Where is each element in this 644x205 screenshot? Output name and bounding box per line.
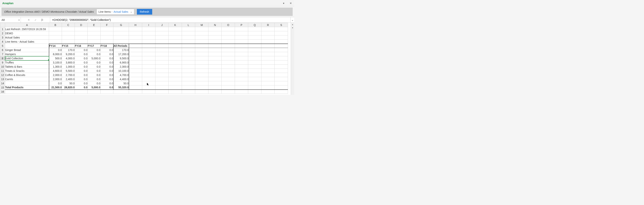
row-label[interactable]: Coffee & Biscuits (5, 73, 49, 77)
data-cell[interactable]: 0.0 (49, 48, 62, 52)
row-label[interactable] (5, 81, 49, 85)
data-cell[interactable]: 4,600.0 (49, 69, 62, 73)
data-cell[interactable]: 0.0 (75, 60, 88, 65)
column-header-A[interactable]: A (5, 23, 49, 27)
refresh-button[interactable]: Refresh (137, 9, 152, 15)
data-cell[interactable]: 2,700.0 (62, 73, 75, 77)
data-cell[interactable]: 0.0 (88, 52, 100, 56)
data-cell[interactable]: 0.0 (100, 48, 114, 52)
column-header-P[interactable]: P (235, 23, 248, 27)
total-cell[interactable]: 28,820.0 (62, 85, 75, 90)
data-cell[interactable]: 5,500.0 (62, 69, 75, 73)
row-header[interactable]: 7 (0, 52, 5, 56)
row-header[interactable]: 15 (0, 85, 5, 90)
data-cell[interactable]: 0.0 (88, 77, 100, 81)
total-label[interactable]: Total Products (5, 85, 49, 90)
data-cell[interactable]: 17,200.0 (114, 52, 129, 56)
data-cell[interactable]: 4,400.0 (114, 77, 129, 81)
data-cell[interactable]: 0.0 (100, 65, 114, 69)
column-header-R[interactable]: R (262, 23, 275, 27)
period-header[interactable]: FY16 (75, 44, 88, 48)
info-cell[interactable]: DEMO (5, 31, 49, 36)
column-header-G[interactable]: G (114, 23, 129, 27)
column-header-L[interactable]: L (182, 23, 195, 27)
vertical-scrollbar[interactable]: ▴ ▾ (291, 23, 294, 95)
total-cell[interactable]: 0.0 (75, 85, 88, 90)
row-header[interactable]: 16 (0, 90, 5, 94)
data-cell[interactable]: 8,000.0 (49, 52, 62, 56)
row-header[interactable]: 1 (0, 27, 5, 31)
data-cell[interactable]: 0.0 (75, 81, 88, 85)
formula-input[interactable] (50, 17, 290, 23)
select-all-cell[interactable] (0, 23, 5, 27)
data-cell[interactable]: 0.0 (100, 69, 114, 73)
data-cell[interactable]: 50.0 (62, 81, 75, 85)
column-header-B[interactable]: B (49, 23, 62, 27)
row-label[interactable]: Ginger Bread (5, 48, 49, 52)
period-header[interactable]: FY15 (62, 44, 75, 48)
data-cell[interactable]: 0.0 (88, 65, 100, 69)
column-header-C[interactable]: C (62, 23, 75, 27)
row-label[interactable]: Gold Collection (5, 56, 49, 60)
data-cell[interactable]: 0.0 (75, 52, 88, 56)
formula-bar-expand-icon[interactable]: ⌄ (290, 17, 294, 23)
data-cell[interactable]: 9,500.0 (114, 56, 129, 60)
total-cell[interactable]: 21,500.0 (49, 85, 62, 90)
data-cell[interactable]: 1,000.0 (62, 65, 75, 69)
info-cell[interactable]: Line Items - Actual Sales (5, 40, 49, 44)
column-header-J[interactable]: J (156, 23, 169, 27)
info-cell[interactable]: Actual Sales (5, 36, 49, 40)
data-cell[interactable]: 0.0 (100, 77, 114, 81)
row-label[interactable]: Tablets & Bars (5, 65, 49, 69)
data-cell[interactable]: 3,800.0 (62, 60, 75, 65)
data-cell[interactable]: 10,100.0 (114, 69, 129, 73)
data-cell[interactable]: 0.0 (75, 77, 88, 81)
column-header-E[interactable]: E (88, 23, 100, 27)
column-header-O[interactable]: O (222, 23, 235, 27)
empty-cell[interactable] (5, 44, 49, 48)
row-label[interactable]: Hampers (5, 52, 49, 56)
data-cell[interactable]: 50.0 (114, 81, 129, 85)
row-header[interactable]: 2 (0, 31, 5, 36)
line-items-dropdown[interactable]: Line Items - Actual Sales ⌄ (96, 9, 134, 15)
data-cell[interactable]: 4,000.0 (62, 56, 75, 60)
cancel-icon[interactable]: ✕ (28, 18, 30, 22)
spreadsheet-grid[interactable]: ABCDEFGHIJKLMNOPQRS1Last Refresh: 29/07/… (0, 23, 294, 95)
data-cell[interactable]: 0.0 (100, 73, 114, 77)
period-header[interactable]: FY18 (100, 44, 114, 48)
minimize-icon[interactable]: ▾ (283, 2, 284, 5)
data-cell[interactable]: 0.0 (75, 69, 88, 73)
data-cell[interactable]: 0.0 (100, 56, 114, 60)
row-label[interactable]: Treats & Snacks (5, 69, 49, 73)
data-cell[interactable]: 170.0 (62, 48, 75, 52)
row-header[interactable]: 14 (0, 81, 5, 85)
row-header[interactable]: 9 (0, 60, 5, 65)
data-cell[interactable]: 0.0 (88, 69, 100, 73)
row-label[interactable]: Truffles (5, 60, 49, 65)
data-cell[interactable]: 0.0 (88, 60, 100, 65)
data-cell[interactable]: 5,000.0 (88, 56, 100, 60)
scroll-down-icon[interactable]: ▾ (291, 26, 294, 30)
data-cell[interactable]: 2,000.0 (49, 73, 62, 77)
data-cell[interactable]: 0.0 (100, 60, 114, 65)
total-cell[interactable]: 0.0 (100, 85, 114, 90)
name-box[interactable]: A8 ▾ (0, 17, 21, 23)
period-header[interactable]: FY14 (49, 44, 62, 48)
data-cell[interactable]: 0.0 (75, 56, 88, 60)
data-cell[interactable]: 0.0 (75, 65, 88, 69)
data-cell[interactable]: 9,200.0 (62, 52, 75, 56)
row-header[interactable]: 3 (0, 36, 5, 40)
data-cell[interactable]: 0.0 (88, 48, 100, 52)
close-icon[interactable]: ✕ (290, 2, 292, 5)
accept-icon[interactable]: ✓ (34, 18, 37, 22)
scroll-up-icon[interactable]: ▴ (291, 23, 294, 26)
row-header[interactable]: 13 (0, 77, 5, 81)
period-header[interactable]: All Periods (114, 44, 129, 48)
data-cell[interactable]: 2,000.0 (49, 77, 62, 81)
fx-icon[interactable]: fx (41, 18, 43, 22)
data-cell[interactable]: 4,700.0 (114, 73, 129, 77)
data-cell[interactable]: 2,300.0 (114, 65, 129, 69)
column-header-S[interactable]: S (275, 23, 288, 27)
row-header[interactable]: 10 (0, 65, 5, 69)
period-header[interactable]: FY17 (88, 44, 100, 48)
